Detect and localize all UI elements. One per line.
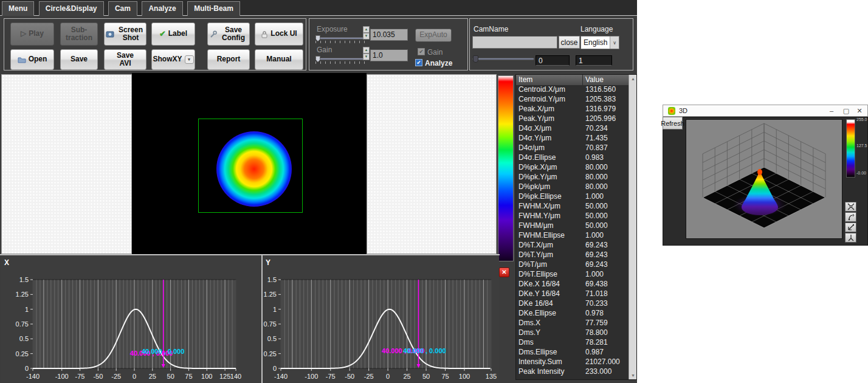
save-config-button[interactable]: Save Config [207, 22, 250, 46]
svg-text:50: 50 [167, 373, 174, 380]
roi-rectangle[interactable] [198, 119, 303, 213]
table-row[interactable]: D%T.Ellipse1.000 [516, 270, 629, 280]
spin-down-icon[interactable]: ▼ [363, 33, 370, 40]
tab-circle-display[interactable]: Circle&Display [39, 1, 104, 16]
value-cell: 1316.560 [582, 85, 616, 94]
folder-icon [18, 57, 26, 63]
scroll-down-icon[interactable]: ▼ [629, 371, 637, 379]
value-cell: 50.000 [582, 212, 608, 220]
show-xy-button[interactable]: ShowXY ▾ [151, 49, 195, 70]
language-select[interactable]: English ∨ [580, 36, 619, 49]
label-button[interactable]: ✔ Label [151, 22, 195, 46]
spin-up-icon[interactable]: ▲ [363, 26, 370, 33]
table-scrollbar[interactable]: ▲ ▼ [629, 75, 636, 379]
close-cam-button[interactable]: close [559, 36, 580, 49]
table-row[interactable]: Dms78.281 [516, 338, 629, 348]
table-row[interactable]: Dms.X77.759 [516, 319, 629, 328]
manual-button[interactable]: Manual [255, 49, 303, 70]
svg-text:100: 100 [201, 373, 212, 380]
table-row[interactable]: Centroid.X/μm1316.560 [516, 85, 629, 95]
lock-ui-button[interactable]: Lock UI [255, 22, 303, 46]
showxy-dropdown-icon[interactable]: ▾ [185, 55, 194, 64]
cam-slider[interactable] [472, 58, 534, 60]
open-button[interactable]: Open [10, 49, 54, 70]
scroll-up-icon[interactable]: ▲ [629, 75, 637, 83]
tab-menu[interactable]: Menu [2, 1, 34, 16]
table-row[interactable]: FWHM.Y/μm50.000 [516, 212, 629, 221]
tab-cam[interactable]: Cam [108, 1, 137, 16]
table-row[interactable]: D%T/μm69.243 [516, 260, 629, 270]
svg-text:0.5: 0.5 [267, 335, 277, 342]
cam-slider-handle[interactable] [473, 55, 478, 63]
table-row[interactable]: Intensity.Sum21027.000 [516, 357, 629, 367]
table-row[interactable]: D%T.Y/μm69.243 [516, 250, 629, 260]
exp-auto-button[interactable]: ExpAuto [415, 29, 452, 42]
subtraction-button[interactable]: Sub-traction [60, 22, 98, 46]
table-row[interactable]: D%pk.Ellipse1.000 [516, 192, 629, 202]
value-cell: 1.000 [582, 192, 604, 201]
exposure-spinner[interactable]: ▲ ▼ [363, 26, 370, 40]
table-row[interactable]: D%pk.X/μm80.000 [516, 163, 629, 173]
play-button[interactable]: ▷ Play [10, 22, 54, 46]
table-row[interactable]: DKe 16/8470.233 [516, 299, 629, 309]
tab-analyze[interactable]: Analyze [142, 1, 182, 16]
beam-thumbnail-icon [668, 107, 675, 115]
table-row[interactable]: FWHM/μm50.000 [516, 221, 629, 231]
table-row[interactable]: D4σ/μm70.837 [516, 143, 629, 153]
table-row[interactable]: D4σ.Y/μm71.435 [516, 134, 629, 143]
beam-analyzer-window: Menu Circle&Display Cam Analyze Multi-Be… [0, 0, 637, 383]
save-button[interactable]: Save [60, 49, 98, 70]
svg-text:140: 140 [230, 373, 241, 380]
table-row[interactable]: D%pk.Y/μm80.000 [516, 173, 629, 182]
table-row[interactable]: FWHM.Ellipse1.000 [516, 231, 629, 241]
value-column-header[interactable]: Value [585, 75, 604, 84]
surface-3d-viewport[interactable] [686, 119, 842, 239]
table-row[interactable]: Peak.Y/μm1205.996 [516, 114, 629, 124]
gain-spinner[interactable]: ▲ ▼ [363, 47, 370, 60]
analyze-checkbox[interactable]: ✔ [415, 59, 422, 66]
close-icon[interactable]: ✕ [853, 105, 866, 116]
table-row[interactable]: Peak Intensity233.000 [516, 367, 629, 377]
table-row[interactable]: Centroid.Y/μm1205.383 [516, 95, 629, 105]
table-row[interactable]: D4σ.Ellipse0.983 [516, 153, 629, 163]
table-row[interactable]: Dms.Y78.800 [516, 328, 629, 338]
report-button[interactable]: Report [207, 49, 250, 70]
view-axes-button[interactable] [845, 233, 856, 243]
view-rotate-button[interactable] [845, 212, 856, 222]
table-row[interactable]: D4σ.X/μm70.234 [516, 124, 629, 134]
table-row[interactable]: D%T.X/μm69.243 [516, 241, 629, 250]
spin-down-icon[interactable]: ▼ [363, 53, 370, 60]
table-row[interactable]: DKe.Y 16/8471.018 [516, 289, 629, 299]
spin-up-icon[interactable]: ▲ [363, 47, 370, 53]
minimize-icon[interactable]: – [825, 105, 838, 116]
table-row[interactable]: FWHM.X/μm50.000 [516, 202, 629, 212]
gain-slider[interactable] [315, 58, 365, 64]
gain-value-input[interactable] [370, 49, 408, 61]
cam-group: CamName close Language English ∨ 0 1 [469, 18, 633, 71]
tab-multi-beam[interactable]: Multi-Beam [187, 1, 240, 16]
table-row[interactable]: DKe.X 16/8469.438 [516, 280, 629, 289]
value-cell: 1.000 [582, 270, 604, 278]
gain-checkbox[interactable]: ✔ [418, 48, 425, 55]
save-avi-button[interactable]: Save AVI [104, 49, 146, 70]
window-3d-titlebar[interactable]: 3D – ▢ ✕ [663, 105, 868, 117]
table-row[interactable]: D%pk/μm80.000 [516, 182, 629, 192]
value-cell: 21027.000 [582, 357, 620, 366]
cam-name-input[interactable] [472, 36, 557, 49]
screen-shot-button[interactable]: Screen Shot [104, 22, 146, 46]
svg-text:25: 25 [403, 373, 410, 380]
item-cell: D%T.Ellipse [516, 270, 582, 278]
view-fit-button[interactable] [845, 202, 856, 212]
table-row[interactable]: Dms.Ellipse0.987 [516, 348, 629, 357]
table-row[interactable]: Peak.X/μm1316.979 [516, 105, 629, 114]
item-cell: D%pk.Ellipse [516, 192, 582, 201]
view-pan-button[interactable] [845, 223, 856, 232]
table-row[interactable]: DKe.Ellipse0.978 [516, 309, 629, 319]
exposure-slider[interactable] [315, 37, 365, 43]
value-cell: 70.837 [582, 143, 608, 152]
maximize-icon[interactable]: ▢ [839, 105, 853, 116]
exposure-value-input[interactable] [370, 29, 408, 41]
refresh-button[interactable]: Refresh [663, 117, 683, 129]
close-profiles-button[interactable]: ✕ [499, 267, 509, 277]
item-column-header[interactable]: Item [518, 75, 532, 84]
